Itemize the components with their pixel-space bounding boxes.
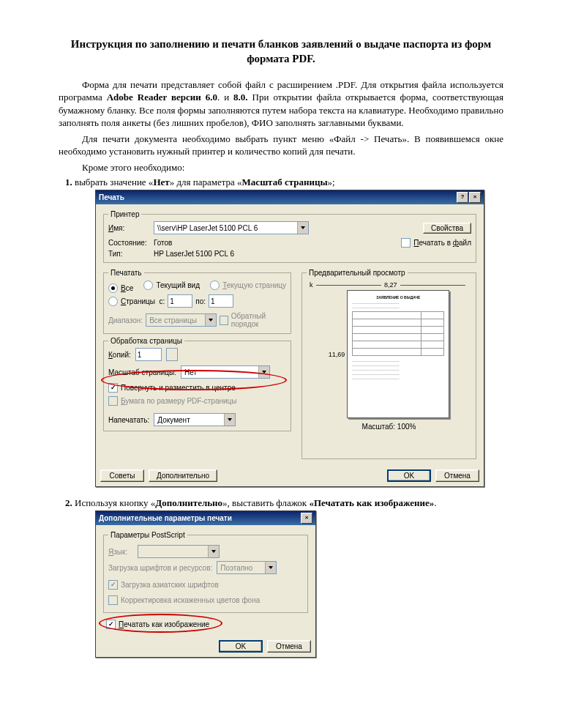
correct-colors-checkbox[interactable]: Корректировка искаженных цветов фона — [108, 595, 260, 605]
page-to-input[interactable] — [209, 294, 233, 308]
print-as-image-checkbox[interactable]: Печатать как изображение — [106, 620, 209, 629]
printer-name-value: \\serv\HP LaserJet 5100 PCL 6 — [154, 223, 297, 233]
printer-name-combo[interactable]: \\serv\HP LaserJet 5100 PCL 6 — [154, 221, 309, 234]
auto-rotate-label: Повернуть и разместить в центре — [121, 384, 236, 392]
printer-group-label: Принтер — [108, 210, 141, 218]
help-button[interactable]: ? — [457, 192, 468, 203]
step1-a: выбрать значение « — [75, 177, 153, 187]
advanced-button[interactable]: Дополнительно — [149, 469, 217, 482]
printer-name-label: Имя: — [108, 224, 149, 232]
chevron-down-icon — [297, 222, 308, 234]
lang-combo[interactable] — [138, 545, 220, 558]
status-value: Готов — [154, 239, 172, 247]
step-2: Используя кнопку «Дополнительно», выстав… — [75, 497, 503, 658]
print-what-label: Напечатать: — [108, 416, 149, 424]
adv-dialog-title: Дополнительные параметры печати — [99, 514, 232, 522]
print-range-label: Печатать — [108, 269, 144, 277]
asian-fonts-checkbox[interactable]: Загрузка азиатских шрифтов — [108, 580, 219, 590]
p1-text-d: 8.0. — [233, 92, 248, 103]
choose-paper-checkbox[interactable]: Бумага по размеру PDF-страницы — [108, 396, 237, 406]
asian-fonts-label: Загрузка азиатских шрифтов — [121, 581, 219, 589]
properties-button[interactable]: Свойства — [423, 223, 471, 234]
type-value: HP LaserJet 5100 PCL 6 — [154, 250, 234, 258]
chevron-down-icon — [258, 366, 269, 378]
page-from-input[interactable] — [168, 294, 192, 308]
range-all-radio[interactable]: Все — [108, 283, 133, 293]
step1-b: Нет — [153, 177, 169, 187]
k-icon: k — [310, 281, 313, 289]
paragraph-2: Для печати документа необходимо выбрать … — [59, 133, 503, 158]
cancel-button[interactable]: Отмена — [267, 640, 311, 653]
print-dialog-title: Печать — [99, 193, 124, 201]
reverse-order-checkbox[interactable]: Обратный порядок — [220, 312, 286, 328]
fonts-value: Поэтапно — [217, 563, 265, 573]
advanced-print-dialog: Дополнительные параметры печати × Параме… — [95, 510, 316, 658]
p1-text-b: Adobe Reader версии 6.0 — [107, 92, 217, 103]
step2-c: », выставить флажок — [222, 497, 309, 508]
copies-spinner[interactable] — [166, 348, 178, 361]
print-what-value: Документ — [154, 415, 224, 425]
print-as-image-label: Печатать как изображение — [119, 620, 209, 628]
range-current-page-radio[interactable]: Текущую страницу — [210, 281, 286, 290]
lang-label: Язык: — [108, 548, 133, 556]
choose-paper-label: Бумага по размеру PDF-страницы — [121, 397, 237, 405]
chevron-down-icon — [208, 546, 219, 557]
status-label: Состояние: — [108, 239, 149, 247]
chevron-down-icon — [205, 314, 216, 326]
page-handling-label: Обработка страницы — [108, 337, 184, 345]
print-dialog: Печать ? × Принтер Имя: \\serv\HP LaserJ… — [95, 190, 484, 487]
range-current-view-radio[interactable]: Текущий вид — [143, 281, 200, 290]
print-to-file-label: Печатать в файл — [413, 239, 471, 247]
step1-e: »; — [328, 177, 335, 187]
step2-d: «Печатать как изображение» — [309, 497, 434, 508]
ok-button[interactable]: OK — [387, 469, 431, 482]
print-dialog-titlebar: Печать ? × — [96, 190, 484, 204]
page-handling-group: Обработка страницы Копий: Масштаб страни… — [103, 337, 291, 431]
postscript-group-label: Параметры PostScript — [108, 531, 187, 539]
tips-button[interactable]: Советы — [100, 469, 144, 482]
preview-height: 11,69 — [329, 351, 345, 358]
step2-b: Дополнительно — [155, 497, 222, 508]
subset-combo[interactable]: Все страницы — [146, 313, 217, 327]
preview-page: ЗАЯВЛЕНИЕ О ВЫДАЧЕ _____________________… — [347, 290, 449, 418]
range-current-page-label: Текущую страницу — [222, 281, 286, 289]
close-button[interactable]: × — [301, 513, 312, 524]
copies-label: Копий: — [108, 351, 131, 359]
ok-button[interactable]: OK — [219, 640, 263, 653]
fonts-label: Загрузка шрифтов и ресурсов: — [108, 564, 212, 572]
step-1: выбрать значение «Нет» для параметра «Ма… — [75, 177, 503, 487]
page-scaling-label: Масштаб страницы: — [108, 368, 176, 376]
copies-input[interactable] — [135, 348, 162, 361]
step1-d: Масштаб страницы — [242, 177, 328, 187]
print-to-file-checkbox[interactable]: Печатать в файл — [401, 238, 471, 248]
fonts-combo[interactable]: Поэтапно — [217, 561, 277, 574]
close-button[interactable]: × — [469, 192, 481, 203]
subset-value: Все страницы — [146, 316, 205, 325]
step2-e: . — [434, 497, 436, 508]
preview-group-label: Предварительный просмотр — [307, 269, 408, 277]
print-range-group: Печатать Все Текущий вид Текущую страниц… — [103, 269, 291, 334]
cancel-button[interactable]: Отмена — [435, 469, 479, 482]
correct-colors-label: Корректировка искаженных цветов фона — [121, 596, 260, 604]
preview-zoom: Масштаб: 100% — [362, 423, 416, 431]
page-scaling-combo[interactable]: Нет — [181, 365, 270, 379]
chevron-down-icon — [265, 562, 276, 573]
range-pages-label: Страницы с: — [121, 297, 165, 305]
page-scaling-value: Нет — [181, 368, 258, 377]
print-what-combo[interactable]: Документ — [154, 413, 236, 426]
step2-a: Используя кнопку « — [75, 497, 155, 508]
p1-text-c: . и — [217, 92, 233, 103]
step1-c: » для параметра « — [170, 177, 242, 187]
adv-dialog-titlebar: Дополнительные параметры печати × — [96, 511, 315, 525]
printer-group: Принтер Имя: \\serv\HP LaserJet 5100 PCL… — [103, 210, 476, 263]
doc-title: Инструкция по заполнению и печати бланко… — [59, 37, 503, 67]
steps-list: выбрать значение «Нет» для параметра «Ма… — [75, 177, 503, 658]
auto-rotate-checkbox[interactable]: Повернуть и разместить в центре — [108, 383, 236, 393]
range-current-view-label: Текущий вид — [156, 281, 200, 289]
document-page: Инструкция по заполнению и печати бланко… — [0, 0, 562, 693]
paragraph-1: Форма для печати представляет собой файл… — [59, 78, 503, 130]
range-pages-radio[interactable]: Страницы с: по: — [108, 294, 233, 308]
reverse-order-label: Обратный порядок — [231, 312, 286, 328]
subset-label: Диапазон: — [108, 316, 143, 324]
paragraph-3: Кроме этого необходимо: — [59, 161, 503, 174]
